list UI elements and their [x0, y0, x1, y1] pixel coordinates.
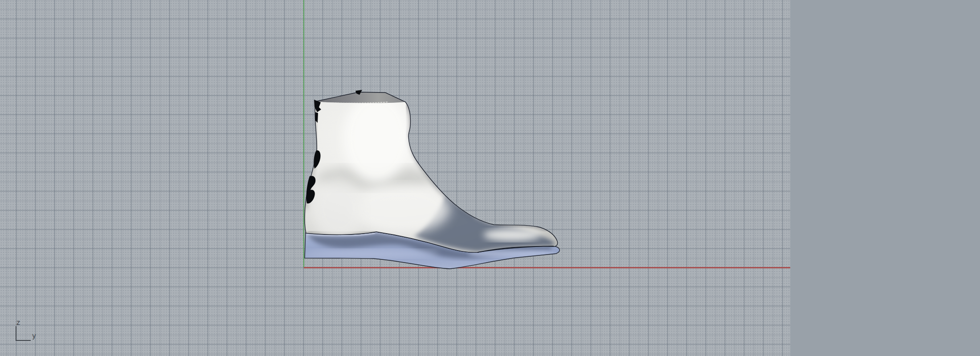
gnomon-z-line	[16, 326, 16, 341]
lower-highlight	[352, 185, 450, 234]
gnomon-z-label: z	[16, 320, 20, 326]
axis-gnomon: z y	[0, 312, 53, 356]
sole-light-strip	[301, 249, 439, 258]
heel-highlight	[312, 178, 365, 240]
gnomon-y-label: y	[32, 333, 36, 340]
last-top-surface	[315, 92, 405, 103]
boot-model[interactable]	[290, 85, 570, 276]
last-upper[interactable]	[305, 90, 558, 252]
main-highlight	[343, 93, 410, 182]
toe-highlight	[483, 229, 541, 241]
gnomon-y-line	[16, 340, 31, 341]
viewport[interactable]: z y	[0, 0, 980, 356]
